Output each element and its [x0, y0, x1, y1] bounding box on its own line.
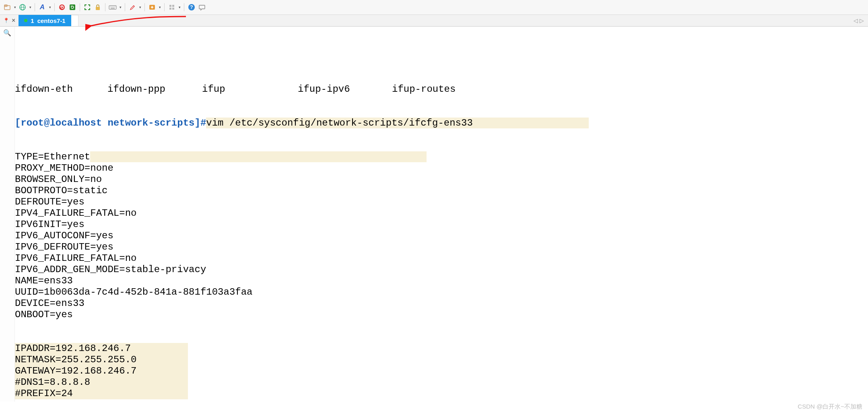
app-toolbar: ▾ ▾ A ▾ ▾ ▾ ▾ ▾ ? [0, 0, 868, 15]
tab-prev-icon[interactable]: ◁ [854, 17, 858, 24]
globe-icon[interactable] [18, 2, 27, 12]
file-line: IPV6_FAILURE_FATAL=no [15, 253, 868, 264]
help-icon[interactable]: ? [187, 2, 196, 12]
svg-point-13 [115, 6, 115, 7]
terminal[interactable]: ifdown-ethifdown-pppifupifup-ipv6ifup-ro… [15, 27, 868, 402]
comment-icon[interactable] [197, 2, 207, 12]
prompt: [root@localhost network-scripts]# [15, 118, 206, 128]
separator [54, 3, 55, 11]
font-icon[interactable]: A [37, 2, 47, 12]
ls-output-row: ifdown-ethifdown-pppifupifup-ipv6ifup-ro… [15, 84, 868, 95]
file-line-highlight: #DNS1=8.8.8.8 [15, 377, 868, 388]
file-line: IPV6_AUTOCONF=yes [15, 230, 868, 242]
tab-title: centos7-1 [37, 17, 66, 24]
svg-point-11 [112, 6, 113, 7]
add-tab-icon[interactable] [147, 2, 157, 12]
command-pad [473, 118, 589, 128]
dropdown-icon[interactable]: ▾ [48, 5, 52, 9]
ls-item: ifup-routes [392, 84, 456, 95]
highlighted-body: IPADDR=192.168.246.7NETMASK=255.255.255.… [15, 343, 868, 399]
svg-rect-18 [169, 5, 171, 7]
marker-icon[interactable] [128, 2, 137, 12]
svg-point-10 [111, 6, 112, 7]
dropdown-icon[interactable]: ▾ [118, 5, 122, 9]
tab-next-icon[interactable]: ▷ [860, 17, 864, 24]
file-line: ONBOOT=yes [15, 309, 868, 320]
file-line-highlight: IPADDR=192.168.246.7 [15, 343, 868, 354]
separator [184, 3, 184, 11]
dropdown-icon[interactable]: ▾ [28, 5, 32, 9]
file-line: PROXY_METHOD=none [15, 163, 868, 174]
grid-icon[interactable] [167, 2, 177, 12]
workspace: 🔍 ifdown-ethifdown-pppifupifup-ipv6ifup-… [0, 27, 868, 402]
svg-rect-8 [109, 6, 116, 9]
pin-icon[interactable]: 📍 [3, 18, 9, 23]
dropdown-icon[interactable]: ▾ [158, 5, 162, 9]
command: vim /etc/sysconfig/network-scripts/ifcfg… [206, 118, 473, 128]
svg-point-9 [110, 6, 111, 7]
file-line: TYPE=Ethernet [15, 151, 868, 163]
svg-rect-14 [111, 8, 115, 9]
swirl-icon[interactable] [57, 2, 67, 12]
status-dot-icon [24, 19, 27, 22]
file-line: UUID=1b0063da-7c4d-452b-841a-881f103a3fa… [15, 287, 868, 298]
file-line: BROWSER_ONLY=no [15, 174, 868, 185]
separator [105, 3, 105, 11]
svg-text:?: ? [190, 4, 193, 10]
file-line: DEVICE=ens33 [15, 298, 868, 309]
refresh-icon[interactable] [68, 2, 77, 12]
ls-item: ifup [202, 84, 298, 95]
search-icon[interactable]: 🔍 [3, 29, 11, 402]
close-tab-button[interactable]: × [12, 17, 15, 24]
separator [80, 3, 80, 11]
gutter: 🔍 [0, 27, 15, 402]
svg-point-12 [113, 6, 114, 7]
tab-index: 1 [31, 17, 34, 24]
svg-rect-6 [70, 4, 75, 10]
keyboard-icon[interactable] [108, 2, 118, 12]
prompt-row: [root@localhost network-scripts]#vim /et… [15, 118, 868, 129]
file-line: IPV6_DEFROUTE=yes [15, 242, 868, 253]
file-line-highlight: NETMASK=255.255.255.0 [15, 354, 868, 366]
file-line: IPV6_ADDR_GEN_MODE=stable-privacy [15, 264, 868, 275]
file-line: IPV6INIT=yes [15, 219, 868, 230]
separator [144, 3, 145, 11]
svg-rect-20 [169, 8, 171, 10]
expand-icon[interactable] [82, 2, 92, 12]
separator [164, 3, 165, 11]
lock-icon[interactable] [93, 2, 103, 12]
folder-icon[interactable] [2, 2, 12, 12]
separator [125, 3, 125, 11]
ls-item: ifdown-ppp [107, 84, 202, 95]
tab-active[interactable]: 1 centos7-1 [19, 15, 71, 26]
ls-item: ifup-ipv6 [298, 84, 392, 95]
separator [35, 3, 35, 11]
watermark: CSDN @白开水~不加糖 [798, 403, 862, 411]
svg-rect-21 [172, 8, 174, 10]
file-line: IPV4_FAILURE_FATAL=no [15, 208, 868, 219]
svg-point-5 [59, 4, 65, 10]
dropdown-icon[interactable]: ▾ [13, 5, 17, 9]
file-body: TYPE=Ethernet PROXY_METHOD=noneBROWSER_O… [15, 151, 868, 320]
file-line-highlight: #PREFIX=24 [15, 388, 868, 399]
file-line-highlight: GATEWAY=192.168.246.7 [15, 366, 868, 377]
file-line: NAME=ens33 [15, 275, 868, 287]
new-tab-stub[interactable] [71, 15, 78, 26]
file-line: DEFROUTE=yes [15, 196, 868, 208]
ls-item: ifdown-eth [15, 84, 107, 95]
svg-rect-7 [96, 7, 100, 10]
svg-rect-19 [172, 5, 174, 7]
file-line: BOOTPROTO=static [15, 185, 868, 196]
dropdown-icon[interactable]: ▾ [138, 5, 142, 9]
tab-bar: 📍 × 1 centos7-1 ◁ ▷ [0, 15, 868, 27]
dropdown-icon[interactable]: ▾ [177, 5, 181, 9]
